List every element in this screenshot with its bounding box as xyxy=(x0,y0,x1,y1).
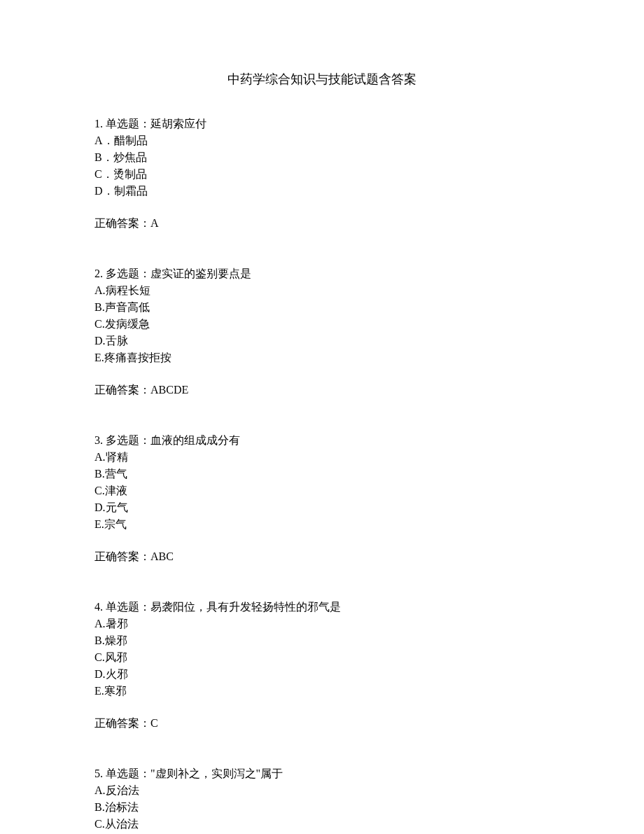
option-c: C.发病缓急 xyxy=(94,316,550,333)
question-5: 5. 单选题："虚则补之，实则泻之"属于 A.反治法 B.治标法 C.从治法 xyxy=(94,765,550,833)
question-type: 多选题： xyxy=(106,434,150,446)
answer-label: 正确答案： xyxy=(94,384,150,396)
option-b: B.燥邪 xyxy=(94,632,550,649)
answer-value: ABCDE xyxy=(150,384,188,396)
option-d: D．制霜品 xyxy=(94,183,550,200)
option-c: C.津液 xyxy=(94,482,550,499)
option-e: E.宗气 xyxy=(94,516,550,533)
answer-label: 正确答案： xyxy=(94,717,150,729)
question-3: 3. 多选题：血液的组成成分有 A.肾精 B.营气 C.津液 D.元气 E.宗气… xyxy=(94,432,550,565)
document-title: 中药学综合知识与技能试题含答案 xyxy=(94,70,550,89)
question-stem: 5. 单选题："虚则补之，实则泻之"属于 xyxy=(94,765,550,782)
answer-value: ABC xyxy=(150,550,174,562)
option-a: A．醋制品 xyxy=(94,132,550,149)
question-text: 血液的组成成分有 xyxy=(150,434,240,446)
answer-line: 正确答案：C xyxy=(94,715,550,732)
option-c: C.风邪 xyxy=(94,649,550,666)
option-a: A.病程长短 xyxy=(94,282,550,299)
answer-line: 正确答案：A xyxy=(94,215,550,232)
question-4: 4. 单选题：易袭阳位，具有升发轻扬特性的邪气是 A.暑邪 B.燥邪 C.风邪 … xyxy=(94,599,550,732)
question-stem: 4. 单选题：易袭阳位，具有升发轻扬特性的邪气是 xyxy=(94,599,550,616)
question-number: 1. xyxy=(94,118,103,130)
option-a: A.反治法 xyxy=(94,782,550,799)
answer-value: C xyxy=(150,717,158,729)
question-stem: 2. 多选题：虚实证的鉴别要点是 xyxy=(94,265,550,282)
question-stem: 1. 单选题：延胡索应付 xyxy=(94,116,550,132)
question-text: 延胡索应付 xyxy=(150,118,206,130)
question-number: 5. xyxy=(94,767,103,779)
option-d: D.元气 xyxy=(94,499,550,516)
answer-value: A xyxy=(150,217,159,229)
option-b: B．炒焦品 xyxy=(94,149,550,166)
option-b: B.营气 xyxy=(94,466,550,482)
question-text: "虚则补之，实则泻之"属于 xyxy=(150,767,283,779)
question-1: 1. 单选题：延胡索应付 A．醋制品 B．炒焦品 C．烫制品 D．制霜品 正确答… xyxy=(94,116,550,232)
question-type: 多选题： xyxy=(106,267,150,279)
question-number: 2. xyxy=(94,267,103,279)
question-type: 单选题： xyxy=(106,118,150,130)
option-a: A.肾精 xyxy=(94,449,550,466)
question-text: 虚实证的鉴别要点是 xyxy=(150,267,251,279)
question-type: 单选题： xyxy=(106,601,150,613)
option-b: B.治标法 xyxy=(94,799,550,816)
question-type: 单选题： xyxy=(106,767,150,779)
option-b: B.声音高低 xyxy=(94,299,550,316)
answer-label: 正确答案： xyxy=(94,217,150,229)
option-a: A.暑邪 xyxy=(94,616,550,632)
question-number: 4. xyxy=(94,601,103,613)
option-e: E.寒邪 xyxy=(94,683,550,700)
answer-line: 正确答案：ABCDE xyxy=(94,382,550,398)
answer-line: 正确答案：ABC xyxy=(94,548,550,565)
option-c: C．烫制品 xyxy=(94,166,550,183)
question-2: 2. 多选题：虚实证的鉴别要点是 A.病程长短 B.声音高低 C.发病缓急 D.… xyxy=(94,265,550,398)
question-stem: 3. 多选题：血液的组成成分有 xyxy=(94,432,550,449)
question-text: 易袭阳位，具有升发轻扬特性的邪气是 xyxy=(150,601,341,613)
option-e: E.疼痛喜按拒按 xyxy=(94,349,550,366)
option-d: D.火邪 xyxy=(94,666,550,683)
question-number: 3. xyxy=(94,434,103,446)
option-d: D.舌脉 xyxy=(94,333,550,349)
option-c: C.从治法 xyxy=(94,816,550,833)
answer-label: 正确答案： xyxy=(94,550,150,562)
